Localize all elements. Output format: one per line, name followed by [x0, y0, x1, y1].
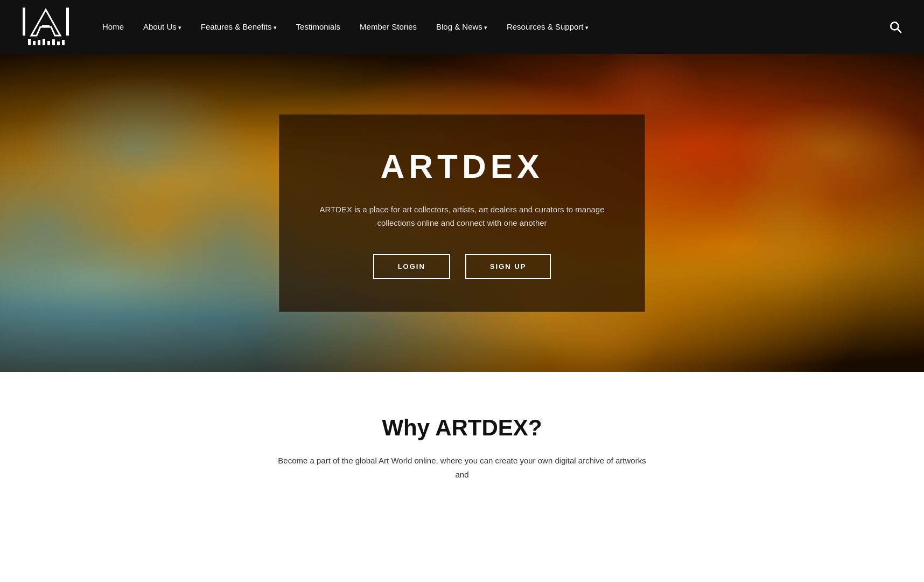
- hero-title: ARTDEX: [306, 147, 618, 185]
- hero-card: ARTDEX ARTDEX is a place for art collect…: [279, 114, 645, 312]
- logo[interactable]: [22, 5, 70, 48]
- nav-links: Home About Us Features & Benefits Testim…: [102, 22, 888, 32]
- logo-svg: [22, 5, 70, 48]
- nav-resources-link[interactable]: Resources & Support: [507, 22, 589, 31]
- hero-section: ARTDEX ARTDEX is a place for art collect…: [0, 54, 924, 372]
- nav-features-link[interactable]: Features & Benefits: [201, 22, 277, 31]
- why-description: Become a part of the global Art World on…: [274, 454, 650, 481]
- svg-rect-5: [38, 40, 40, 45]
- search-icon: [888, 20, 902, 34]
- nav-home-link[interactable]: Home: [102, 22, 124, 31]
- svg-rect-3: [28, 39, 31, 45]
- nav-item-testimonials[interactable]: Testimonials: [296, 22, 341, 32]
- nav-item-blog[interactable]: Blog & News: [436, 22, 487, 32]
- svg-rect-0: [23, 8, 25, 36]
- search-button[interactable]: [888, 20, 902, 34]
- why-section: Why ARTDEX? Become a part of the global …: [0, 372, 924, 503]
- svg-rect-6: [43, 39, 45, 45]
- svg-rect-10: [62, 40, 65, 45]
- signup-button[interactable]: SIGN UP: [465, 254, 551, 279]
- nav-item-resources[interactable]: Resources & Support: [507, 22, 589, 32]
- nav-item-features[interactable]: Features & Benefits: [201, 22, 277, 32]
- svg-rect-4: [33, 41, 36, 45]
- nav-about-link[interactable]: About Us: [143, 22, 181, 31]
- nav-item-home[interactable]: Home: [102, 22, 124, 32]
- nav-testimonials-link[interactable]: Testimonials: [296, 22, 341, 31]
- navbar: Home About Us Features & Benefits Testim…: [0, 0, 924, 54]
- svg-rect-1: [66, 8, 69, 36]
- hero-description: ARTDEX is a place for art collectors, ar…: [306, 203, 618, 230]
- svg-rect-7: [47, 41, 50, 45]
- svg-point-11: [891, 22, 898, 30]
- nav-blog-link[interactable]: Blog & News: [436, 22, 487, 31]
- svg-rect-8: [52, 39, 55, 45]
- login-button[interactable]: LOGIN: [373, 254, 450, 279]
- nav-member-stories-link[interactable]: Member Stories: [360, 22, 417, 31]
- nav-item-about[interactable]: About Us: [143, 22, 181, 32]
- hero-buttons: LOGIN SIGN UP: [306, 254, 618, 279]
- svg-line-12: [898, 29, 901, 33]
- why-title: Why ARTDEX?: [11, 415, 913, 441]
- svg-rect-9: [57, 41, 60, 45]
- nav-item-member-stories[interactable]: Member Stories: [360, 22, 417, 32]
